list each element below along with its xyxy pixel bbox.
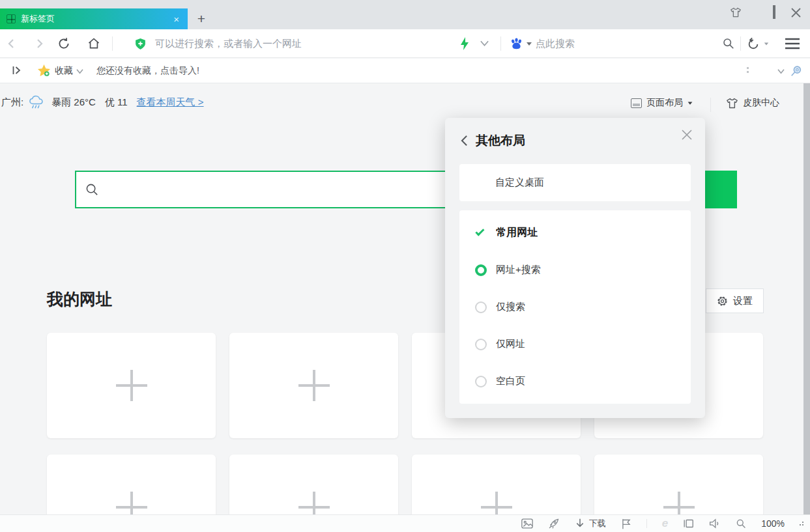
bookmarks-bar: 收藏 您还没有收藏，点击导入! bbox=[0, 59, 810, 83]
tab-title: 新标签页 bbox=[21, 13, 171, 25]
layout-options-card: 常用网址 网址+搜索 仅搜索 仅网址 空白页 bbox=[459, 210, 691, 404]
window-mode-icon[interactable] bbox=[683, 518, 694, 529]
add-site-tile[interactable] bbox=[594, 455, 763, 514]
ie-mode-icon[interactable]: e bbox=[662, 517, 668, 530]
apps-grid-icon[interactable] bbox=[757, 64, 770, 77]
my-sites-title: 我的网址 bbox=[47, 288, 112, 310]
corner-separator bbox=[710, 98, 711, 112]
weather-aqi: 优 11 bbox=[105, 96, 128, 109]
favorites-star-icon[interactable] bbox=[37, 64, 51, 77]
home-icon[interactable] bbox=[87, 37, 100, 50]
close-button[interactable] bbox=[791, 8, 801, 18]
flag-report-icon[interactable] bbox=[621, 518, 631, 529]
layout-option-wangzhi-sousuo[interactable]: 网址+搜索 bbox=[459, 251, 691, 288]
search-box-magnifier-icon bbox=[85, 183, 99, 197]
custom-desktop-item[interactable]: 自定义桌面 bbox=[459, 164, 691, 201]
zoom-magnifier-icon[interactable] bbox=[736, 518, 746, 529]
skin-center-button[interactable]: 皮肤中心 bbox=[726, 97, 779, 109]
lightning-icon[interactable] bbox=[458, 36, 471, 51]
check-icon bbox=[474, 231, 488, 235]
rocket-boost-icon[interactable] bbox=[548, 518, 560, 529]
plus-icon bbox=[481, 492, 512, 514]
new-tab-grid-icon bbox=[7, 14, 16, 23]
nav-separator bbox=[740, 36, 741, 51]
back-icon[interactable] bbox=[7, 38, 17, 49]
status-bar: 下载 e 100% bbox=[0, 514, 810, 532]
speaker-icon[interactable] bbox=[709, 518, 721, 529]
search-icon[interactable] bbox=[722, 37, 734, 49]
undo-dropdown-icon[interactable] bbox=[764, 43, 768, 46]
statusbar-separator bbox=[646, 519, 647, 528]
add-site-tile[interactable] bbox=[47, 333, 216, 438]
settings-label: 设置 bbox=[733, 295, 753, 307]
radio-icon bbox=[474, 339, 488, 350]
drag-handle-dots bbox=[747, 67, 749, 73]
navigation-bar: 可以进行搜索，或者输入一个网址 点此搜索 bbox=[0, 29, 810, 58]
download-label: 下载 bbox=[589, 518, 606, 529]
favorites-label[interactable]: 收藏 bbox=[55, 65, 73, 77]
tab-new-tab-page[interactable]: 新标签页 × bbox=[0, 8, 188, 29]
popup-title: 其他布局 bbox=[476, 132, 525, 149]
tab-bar: 新标签页 × + bbox=[0, 0, 810, 29]
layout-option-jinwangzhi[interactable]: 仅网址 bbox=[459, 326, 691, 363]
page-layout-button[interactable]: 页面布局 bbox=[631, 97, 693, 109]
favorites-chevron-icon[interactable] bbox=[76, 68, 84, 74]
image-icon[interactable] bbox=[521, 518, 533, 529]
popup-header: 其他布局 bbox=[445, 118, 705, 163]
reload-icon[interactable] bbox=[57, 37, 70, 50]
layout-option-changyongwangzhi[interactable]: 常用网址 bbox=[459, 214, 691, 251]
plus-icon bbox=[298, 370, 330, 401]
quick-search-hint[interactable]: 点此搜索 bbox=[536, 38, 575, 50]
menu-icon[interactable] bbox=[785, 38, 800, 49]
maximize-button[interactable] bbox=[773, 7, 775, 18]
weather-condition: 暴雨 26°C bbox=[51, 96, 96, 109]
page-scrollbar[interactable] bbox=[803, 83, 810, 514]
skin-center-label: 皮肤中心 bbox=[743, 97, 779, 109]
nav-separator bbox=[112, 36, 113, 51]
resize-grip[interactable] bbox=[800, 522, 803, 525]
weather-week-link[interactable]: 查看本周天气 > bbox=[137, 96, 204, 109]
page-zoom-magnifier-icon[interactable] bbox=[790, 64, 803, 77]
skin-shirt-icon[interactable] bbox=[730, 7, 742, 18]
engine-dropdown-icon[interactable] bbox=[527, 42, 532, 46]
weather-widget[interactable]: 广州: 暴雨 26°C 优 11 查看本周天气 > bbox=[1, 95, 204, 110]
settings-button[interactable]: 设置 bbox=[706, 288, 764, 313]
layout-option-kongbaiye[interactable]: 空白页 bbox=[459, 363, 691, 400]
layout-icon bbox=[631, 98, 642, 108]
sidebar-toggle-icon[interactable] bbox=[12, 65, 22, 76]
shirt-icon bbox=[726, 98, 738, 109]
add-site-tile[interactable] bbox=[229, 333, 398, 438]
apps-chevron-icon[interactable] bbox=[777, 68, 785, 74]
gear-icon bbox=[717, 296, 728, 307]
add-site-tile[interactable] bbox=[412, 455, 581, 514]
undo-history-icon[interactable] bbox=[747, 37, 760, 50]
window-controls bbox=[730, 7, 801, 18]
popup-close-icon[interactable] bbox=[680, 128, 693, 141]
safety-shield-icon[interactable] bbox=[134, 38, 147, 50]
chevron-down-icon[interactable] bbox=[480, 40, 489, 48]
layout-dropdown-icon bbox=[688, 102, 693, 104]
bookmarks-empty-hint[interactable]: 您还没有收藏，点击导入! bbox=[96, 65, 199, 77]
custom-desktop-label: 自定义桌面 bbox=[495, 176, 544, 189]
tab-close-icon[interactable]: × bbox=[171, 14, 181, 25]
page-layout-label: 页面布局 bbox=[646, 97, 683, 109]
other-layouts-popup: 其他布局 自定义桌面 常用网址 网址+搜索 仅搜索 仅网址 空白页 bbox=[445, 118, 705, 418]
plus-icon bbox=[116, 492, 147, 514]
add-site-tile[interactable] bbox=[229, 455, 398, 514]
rain-cloud-icon bbox=[29, 95, 45, 110]
add-site-tile[interactable] bbox=[47, 455, 216, 514]
plus-icon bbox=[298, 492, 330, 514]
radio-icon bbox=[474, 301, 488, 313]
forward-icon[interactable] bbox=[34, 38, 44, 49]
radio-selected-icon bbox=[474, 264, 488, 276]
radio-icon bbox=[474, 376, 488, 387]
plus-icon bbox=[116, 370, 147, 401]
layout-option-jinsousuo[interactable]: 仅搜索 bbox=[459, 288, 691, 326]
back-chevron-icon[interactable] bbox=[461, 135, 468, 147]
address-input[interactable]: 可以进行搜索，或者输入一个网址 bbox=[155, 38, 302, 50]
zoom-level[interactable]: 100% bbox=[761, 518, 785, 529]
download-button[interactable]: 下载 bbox=[575, 518, 606, 529]
baidu-paw-icon[interactable] bbox=[510, 37, 523, 50]
new-tab-button[interactable]: + bbox=[192, 8, 211, 29]
nav-separator bbox=[500, 36, 501, 51]
